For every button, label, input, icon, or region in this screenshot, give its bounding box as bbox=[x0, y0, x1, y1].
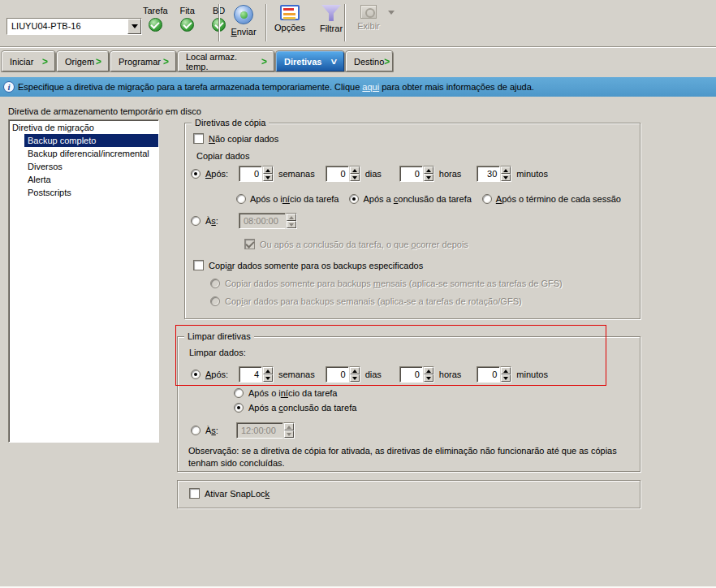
toolbar: LIUYU04-PTB-16 Tarefa Fita BD Enviar Opç… bbox=[0, 0, 716, 47]
help-link[interactable]: aqui bbox=[362, 82, 379, 92]
snaplock-checkbox[interactable]: Ativar SnapLock bbox=[189, 488, 270, 499]
spinner-value[interactable]: 0 bbox=[239, 166, 262, 182]
hours-spinner[interactable]: 0 bbox=[399, 166, 434, 182]
purge-after-row: Após: 4 semanas 0 dias 0 horas 0 minutos bbox=[191, 366, 548, 383]
checkbox-icon[interactable] bbox=[193, 133, 204, 144]
days-spinner[interactable]: 0 bbox=[326, 366, 360, 383]
policy-listbox[interactable]: Diretiva de migração Backup completo Bac… bbox=[8, 119, 159, 443]
copy-after-radio[interactable] bbox=[191, 169, 201, 179]
purge-data-label: Limpar dados: bbox=[189, 348, 246, 357]
minutes-unit-label: minutos bbox=[516, 370, 548, 379]
no-copy-checkbox[interactable]: Não copiar dados bbox=[193, 133, 278, 144]
purge-after-label: Após: bbox=[205, 370, 234, 379]
hours-spinner[interactable]: 0 bbox=[399, 366, 434, 383]
tab-diretivas-active[interactable]: Diretivas > bbox=[276, 51, 344, 71]
weeks-spinner[interactable]: 4 bbox=[239, 366, 274, 383]
radio-apos-inicio[interactable] bbox=[236, 194, 246, 204]
purge-after-radio[interactable] bbox=[191, 370, 201, 379]
copy-policies-group: Diretivas de cópia Não copiar dados Copi… bbox=[184, 123, 641, 319]
radio-apos-termino-sessao[interactable] bbox=[482, 194, 492, 204]
checkbox-icon[interactable] bbox=[189, 488, 200, 499]
list-item-diretiva-migracao[interactable]: Diretiva de migração bbox=[9, 121, 158, 134]
chevron-right-icon: > bbox=[96, 55, 101, 67]
spin-up-button bbox=[287, 214, 296, 221]
spin-up-button[interactable] bbox=[350, 166, 360, 174]
filter-funnel-icon bbox=[321, 5, 341, 21]
spin-up-button[interactable] bbox=[501, 166, 511, 174]
purge-note: Observação: se a diretiva de cópia for a… bbox=[188, 445, 631, 469]
chevron-down-icon bbox=[132, 24, 138, 32]
list-item-alerta[interactable]: Alerta bbox=[24, 173, 158, 186]
or-after-checkbox-disabled: Ou após a conclusão da tarefa, o que oco… bbox=[244, 239, 468, 249]
chevron-down-icon bbox=[388, 11, 395, 28]
spin-up-button[interactable] bbox=[501, 367, 511, 374]
spin-down-button[interactable] bbox=[501, 174, 511, 181]
spin-down-button bbox=[287, 221, 296, 228]
spin-down-button[interactable] bbox=[501, 374, 511, 382]
server-combobox-value[interactable]: LIUYU04-PTB-16 bbox=[7, 19, 127, 34]
chevron-right-icon: > bbox=[42, 55, 48, 67]
view-icon bbox=[360, 5, 377, 19]
list-item-postscripts[interactable]: Postscripts bbox=[24, 186, 158, 199]
spin-up-button[interactable] bbox=[263, 166, 273, 174]
spinner-value[interactable]: 0 bbox=[477, 366, 500, 383]
spin-down-button[interactable] bbox=[424, 374, 433, 382]
spinner-value[interactable]: 0 bbox=[399, 366, 423, 383]
minutes-unit-label: minutos bbox=[516, 169, 548, 179]
options-button[interactable]: Opções bbox=[269, 3, 311, 44]
hours-unit-label: horas bbox=[439, 169, 462, 179]
tab-iniciar[interactable]: Iniciar > bbox=[2, 51, 55, 71]
spin-down-button[interactable] bbox=[350, 374, 360, 382]
weeks-spinner[interactable]: 0 bbox=[239, 166, 274, 182]
minutes-spinner[interactable]: 0 bbox=[477, 366, 511, 383]
tab-destino[interactable]: Destino > bbox=[346, 51, 393, 71]
purge-radio-apos-inicio[interactable]: Após o início da tarefa bbox=[234, 388, 337, 398]
spin-down-button[interactable] bbox=[263, 174, 273, 181]
radio-apos-conclusao[interactable] bbox=[349, 194, 359, 204]
spin-down-button[interactable] bbox=[350, 174, 360, 181]
days-unit-label: dias bbox=[365, 169, 382, 179]
toolbar-separator bbox=[344, 4, 346, 41]
days-spinner[interactable]: 0 bbox=[326, 166, 360, 182]
copy-only-specified-checkbox[interactable]: Copiar dados somente para os backups esp… bbox=[193, 260, 423, 270]
list-item-diversos[interactable]: Diversos bbox=[24, 160, 158, 173]
spin-up-button[interactable] bbox=[263, 367, 273, 374]
spin-down-button[interactable] bbox=[263, 374, 273, 382]
server-combobox[interactable]: LIUYU04-PTB-16 bbox=[6, 18, 142, 35]
green-check-icon bbox=[180, 18, 194, 32]
submit-button[interactable]: Enviar bbox=[224, 3, 263, 44]
submit-icon bbox=[234, 5, 253, 24]
disk-staging-title: Diretiva de armazenamento temporário em … bbox=[8, 106, 201, 116]
spinner-value[interactable]: 0 bbox=[326, 166, 349, 182]
spin-up-button[interactable] bbox=[350, 367, 360, 374]
purge-radio-apos-conclusao[interactable]: Após a conclusão da tarefa bbox=[234, 403, 356, 413]
list-item-backup-diferencial[interactable]: Backup diferencial/incremental bbox=[24, 147, 158, 160]
combobox-dropdown-button[interactable] bbox=[127, 19, 141, 34]
radio-icon[interactable] bbox=[234, 388, 244, 398]
radio-icon[interactable] bbox=[234, 403, 244, 413]
list-item-backup-completo[interactable]: Backup completo bbox=[24, 134, 158, 147]
chevron-down-icon: > bbox=[328, 58, 340, 64]
purge-at-radio[interactable] bbox=[191, 426, 201, 435]
spin-up-button[interactable] bbox=[424, 367, 433, 374]
status-tarefa-label: Tarefa bbox=[143, 6, 168, 15]
spinner-value[interactable]: 0 bbox=[399, 166, 423, 182]
tab-origem[interactable]: Origem > bbox=[57, 51, 109, 71]
tab-local-armaz-temp[interactable]: Local armaz. temp. > bbox=[178, 51, 274, 71]
spinner-value[interactable]: 30 bbox=[477, 166, 500, 182]
chevron-right-icon: > bbox=[261, 55, 267, 67]
minutes-spinner[interactable]: 30 bbox=[477, 166, 511, 182]
purge-policies-group: Limpar diretivas Limpar dados: Após: 4 s… bbox=[177, 336, 641, 472]
hours-unit-label: horas bbox=[439, 370, 462, 379]
radio-icon bbox=[210, 296, 220, 306]
checkbox-icon[interactable] bbox=[193, 260, 204, 270]
spinner-value[interactable]: 0 bbox=[326, 366, 349, 383]
info-banner-text: Especifique a diretiva de migração para … bbox=[18, 82, 534, 92]
copy-at-radio[interactable] bbox=[191, 216, 201, 226]
spin-up-button[interactable] bbox=[424, 166, 433, 174]
spin-down-button[interactable] bbox=[424, 174, 433, 181]
tab-programar[interactable]: Programar > bbox=[110, 51, 176, 71]
chevron-right-icon: > bbox=[384, 55, 390, 67]
spinner-value[interactable]: 4 bbox=[239, 366, 262, 383]
spin-up-button bbox=[284, 423, 294, 430]
